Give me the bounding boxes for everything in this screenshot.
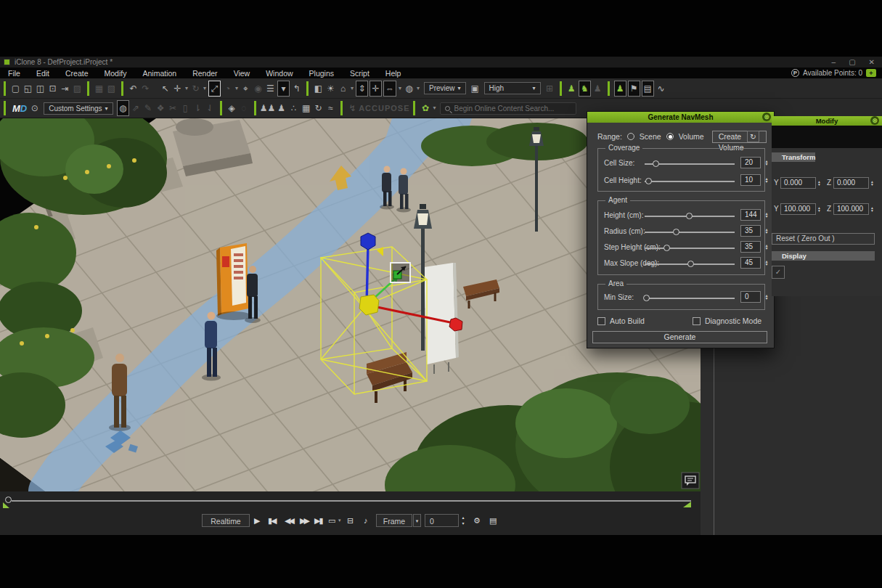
display-toggle-checkbox[interactable]: ✓ (772, 266, 785, 279)
menu-file[interactable]: File (0, 69, 28, 78)
cell-size-spinner[interactable]: ▴▾ (763, 157, 770, 168)
step-height-spinner[interactable]: ▴▾ (763, 241, 770, 253)
maximize-button[interactable]: ▢ (849, 58, 855, 66)
diagnostic-mode-checkbox[interactable] (693, 317, 701, 325)
agent-radius-spinner[interactable]: ▴▾ (763, 225, 770, 237)
transform-section-bar[interactable]: Transform (772, 152, 815, 162)
loop-dropdown-icon[interactable]: ▾ (338, 514, 341, 527)
skip-end-icon[interactable]: ▶▮ (314, 514, 322, 527)
panel-layout-icon[interactable]: ◧ (312, 81, 324, 96)
waypoints-icon[interactable]: ∴ (287, 101, 300, 115)
dialog-close-icon[interactable]: ⊗ (762, 113, 771, 121)
radio-scene-label[interactable]: Scene (640, 132, 661, 141)
camera-icon[interactable]: ▣ (469, 81, 481, 96)
home-dropdown-icon[interactable]: ▾ (349, 81, 355, 96)
loop-icon[interactable]: ↻ (312, 101, 324, 115)
turn-tool-icon[interactable]: ↰ (290, 81, 303, 96)
online-content-search-input[interactable]: Begin Online Content Search... (440, 102, 576, 115)
open-project-icon[interactable]: ◱ (22, 81, 34, 96)
close-button[interactable]: ✕ (869, 58, 875, 66)
modify-panel-header[interactable]: Modify ⊗ (772, 116, 882, 126)
viewport-comment-icon[interactable] (682, 473, 699, 489)
render-state-icon[interactable]: ◍ (403, 81, 415, 96)
tool-options-dropdown-icon[interactable]: ▾ (277, 81, 290, 97)
reset-zero-out-button[interactable]: Reset ( Zero Out ) (772, 233, 875, 245)
fit-vertical-icon[interactable]: ⇕ (356, 81, 368, 97)
auto-build-checkbox[interactable] (597, 317, 605, 325)
radio-volume[interactable] (666, 133, 674, 140)
diagnostic-mode-label[interactable]: Diagnostic Mode (705, 317, 761, 325)
home-view-icon[interactable]: ⌂ (337, 81, 349, 96)
crowd-sim-icon[interactable]: ♟♟ (260, 101, 276, 115)
minimize-button[interactable]: – (832, 58, 836, 66)
step-height-input[interactable]: 35 (740, 241, 761, 253)
scale-z-input[interactable]: 100.000 (833, 203, 869, 215)
move-y-spinner[interactable]: ▴▾ (816, 177, 822, 189)
rewind-icon[interactable]: ◀◀ (285, 514, 293, 527)
scale-y-spinner[interactable]: ▴▾ (816, 203, 822, 215)
auto-build-label[interactable]: Auto Build (610, 317, 645, 325)
min-size-input[interactable]: 0 (740, 291, 761, 303)
agent-icon[interactable]: ♟ (275, 101, 287, 115)
gear-icon[interactable]: ⚙ (473, 514, 481, 527)
quality-dropdown[interactable]: High ▾ (484, 82, 541, 94)
export-icon[interactable]: ⇥ (59, 81, 71, 96)
skip-start-icon[interactable]: ▮◀ (268, 514, 276, 527)
navmesh-grid-icon[interactable]: ▦ (300, 101, 312, 115)
menu-view[interactable]: View (226, 69, 258, 78)
align-tool-icon[interactable]: ☰ (264, 81, 277, 96)
move-y-input[interactable]: 0.000 (780, 177, 816, 189)
rotate-tool-icon[interactable]: ↻ (189, 81, 202, 96)
snap-tool-icon[interactable]: ⌖ (240, 81, 252, 96)
menu-edit[interactable]: Edit (28, 69, 57, 78)
clipboard-icon[interactable]: ▤ (642, 81, 654, 97)
fast-forward-icon[interactable]: ▶▶ (300, 514, 308, 527)
max-slope-input[interactable]: 45 (740, 257, 761, 269)
frame-mode-arrow[interactable]: ▾ (413, 514, 421, 527)
cell-height-slider[interactable] (645, 181, 735, 182)
agent-height-slider[interactable] (645, 216, 735, 217)
menu-script[interactable]: Script (342, 69, 377, 78)
cell-height-spinner[interactable]: ▴▾ (763, 174, 770, 186)
target-icon[interactable]: ⊙ (28, 101, 41, 115)
frame-value-input[interactable]: 0 (425, 514, 459, 527)
link-icon[interactable]: ∿ (655, 81, 667, 96)
agent-height-spinner[interactable]: ▴▾ (763, 209, 770, 221)
cell-size-input[interactable]: 20 (740, 157, 761, 168)
preview-mode-dropdown[interactable]: Preview ▾ (424, 82, 466, 94)
orbit-dropdown-icon[interactable]: ▾ (234, 81, 240, 96)
timeline-end-marker[interactable] (683, 502, 691, 507)
cell-height-input[interactable]: 10 (740, 174, 761, 186)
move-dropdown-icon[interactable]: ▾ (184, 81, 189, 96)
realtime-button[interactable]: Realtime (202, 514, 250, 527)
custom-settings-dropdown[interactable]: Custom Settings ▾ (44, 102, 113, 115)
scale-z-spinner[interactable]: ▴▾ (869, 203, 875, 215)
menu-window[interactable]: Window (258, 69, 301, 78)
scale-tool-icon[interactable]: ⤢ (208, 81, 221, 97)
light-icon[interactable]: ☀ (324, 81, 337, 96)
min-size-spinner[interactable]: ▴▾ (763, 291, 770, 303)
content-leaf-icon[interactable]: ✿ (419, 101, 431, 115)
add-points-button[interactable]: + (866, 69, 876, 77)
save-icon[interactable]: ◫ (34, 81, 46, 96)
fit-all-icon[interactable]: ✛ (369, 81, 382, 97)
loop-range-icon[interactable]: ▭ (328, 514, 335, 527)
play-icon[interactable]: ▶ (254, 514, 260, 527)
menu-plugins[interactable]: Plugins (301, 69, 342, 78)
undo-icon[interactable]: ↶ (127, 81, 139, 96)
agent-height-input[interactable]: 144 (740, 209, 761, 221)
timeline-track[interactable] (12, 500, 691, 502)
menu-animation[interactable]: Animation (134, 69, 184, 78)
min-size-slider[interactable] (645, 298, 735, 299)
frame-spinner[interactable]: ▴▾ (460, 515, 467, 528)
menu-create[interactable]: Create (57, 69, 97, 78)
dialog-header[interactable]: Generate NavMesh ⊗ (587, 112, 774, 123)
max-slope-slider[interactable] (645, 264, 735, 265)
move-z-input[interactable]: 0.000 (833, 177, 869, 189)
move-z-spinner[interactable]: ▴▾ (869, 177, 875, 189)
agent-radius-input[interactable]: 35 (740, 225, 761, 237)
gizmo-icon[interactable]: ◈ (226, 101, 238, 115)
step-height-slider[interactable] (645, 248, 735, 249)
fit-horizontal-icon[interactable]: ⇔ (383, 81, 396, 97)
menu-modify[interactable]: Modify (97, 69, 135, 78)
